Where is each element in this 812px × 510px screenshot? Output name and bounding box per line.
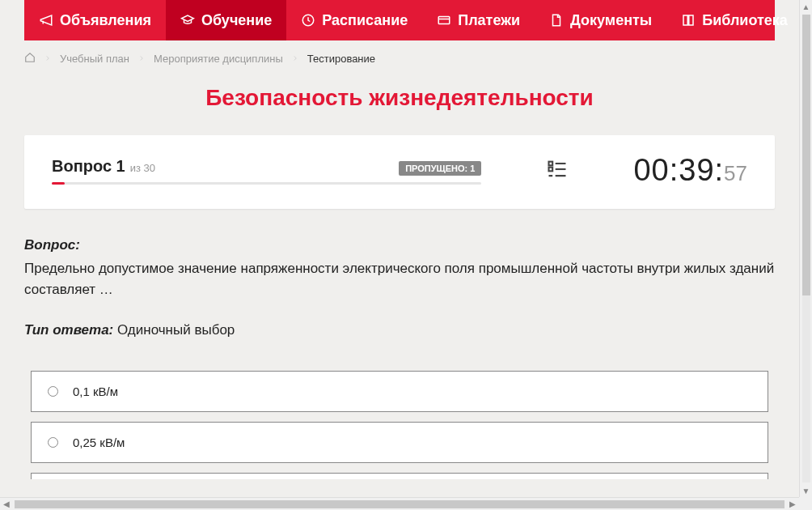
vertical-scrollbar[interactable]: ▲ ▼ xyxy=(799,0,812,497)
skipped-badge: ПРОПУЩЕНО: 1 xyxy=(399,161,481,176)
nav-label: Расписание xyxy=(322,12,408,29)
nav-education[interactable]: Обучение xyxy=(166,0,286,40)
scroll-right-arrow-icon[interactable]: ▶ xyxy=(786,498,799,511)
radio-icon xyxy=(48,386,58,397)
nav-announcements[interactable]: Объявления xyxy=(24,0,166,40)
nav-schedule[interactable]: Расписание xyxy=(286,0,422,40)
question-label: Вопрос: xyxy=(24,237,775,253)
progress-fill xyxy=(52,182,65,185)
top-navigation: Объявления Обучение Расписание Платежи Д… xyxy=(24,0,775,40)
question-status-panel: Вопрос 1 из 30 ПРОПУЩЕНО: 1 00:39:57 xyxy=(24,135,775,209)
horizontal-scrollbar[interactable]: ◀ ▶ xyxy=(0,497,799,510)
answer-option[interactable]: 0,1 кВ/м xyxy=(31,371,768,412)
file-icon xyxy=(549,13,564,28)
home-icon[interactable] xyxy=(24,52,36,66)
nav-documents[interactable]: Документы xyxy=(535,0,666,40)
scroll-left-arrow-icon[interactable]: ◀ xyxy=(0,498,13,511)
breadcrumb: Учебный план Мероприятие дисциплины Тест… xyxy=(24,40,775,77)
answer-type-label: Тип ответа: xyxy=(24,322,113,338)
progress-bar xyxy=(52,182,481,185)
nav-label: Документы xyxy=(570,12,652,29)
graduation-icon xyxy=(180,13,195,28)
question-total: из 30 xyxy=(130,162,155,174)
clock-icon xyxy=(301,13,315,28)
answer-list: 0,1 кВ/м 0,25 кВ/м xyxy=(24,371,775,479)
timer: 00:39:57 xyxy=(633,153,747,188)
answer-text: 0,1 кВ/м xyxy=(73,385,118,398)
nav-label: Обучение xyxy=(201,12,272,29)
answer-option[interactable] xyxy=(31,473,768,479)
chevron-right-icon xyxy=(44,53,52,65)
nav-label: Библиотека xyxy=(702,12,788,29)
megaphone-icon xyxy=(39,13,53,28)
question-text: Предельно допустимое значение напряженно… xyxy=(24,258,775,301)
answer-option[interactable]: 0,25 кВ/м xyxy=(31,422,768,463)
svg-rect-2 xyxy=(549,161,553,165)
breadcrumb-study-plan[interactable]: Учебный план xyxy=(60,53,129,65)
nav-label: Объявления xyxy=(60,12,151,29)
scrollbar-corner xyxy=(799,497,812,510)
breadcrumb-discipline-event[interactable]: Мероприятие дисциплины xyxy=(154,53,283,65)
timer-seconds: 57 xyxy=(724,161,747,186)
scroll-thumb[interactable] xyxy=(15,500,785,508)
svg-rect-3 xyxy=(549,167,553,171)
page-title: Безопасность жизнедеятельности xyxy=(24,85,775,111)
chevron-right-icon xyxy=(291,53,299,65)
card-icon xyxy=(437,13,451,28)
question-block: Вопрос: Предельно допустимое значение на… xyxy=(24,237,775,301)
answer-type-block: Тип ответа: Одиночный выбор xyxy=(24,322,775,338)
nav-library[interactable]: Библиотека xyxy=(666,0,812,40)
radio-icon xyxy=(48,437,58,448)
nav-label: Платежи xyxy=(458,12,520,29)
answer-text: 0,25 кВ/м xyxy=(73,436,125,449)
book-icon xyxy=(681,13,696,28)
scroll-down-arrow-icon[interactable]: ▼ xyxy=(800,484,813,497)
scroll-thumb[interactable] xyxy=(802,15,810,295)
chevron-right-icon xyxy=(137,53,146,65)
breadcrumb-testing: Тестирование xyxy=(307,53,375,65)
timer-minutes: 00:39: xyxy=(633,153,724,188)
scroll-up-arrow-icon[interactable]: ▲ xyxy=(800,0,813,13)
scroll-track[interactable] xyxy=(802,15,810,482)
question-list-button[interactable] xyxy=(546,158,569,184)
answer-type-value: Одиночный выбор xyxy=(113,322,235,338)
scroll-track[interactable] xyxy=(15,500,785,508)
svg-rect-1 xyxy=(438,17,450,24)
question-number: Вопрос 1 xyxy=(52,157,125,176)
nav-payments[interactable]: Платежи xyxy=(422,0,535,40)
